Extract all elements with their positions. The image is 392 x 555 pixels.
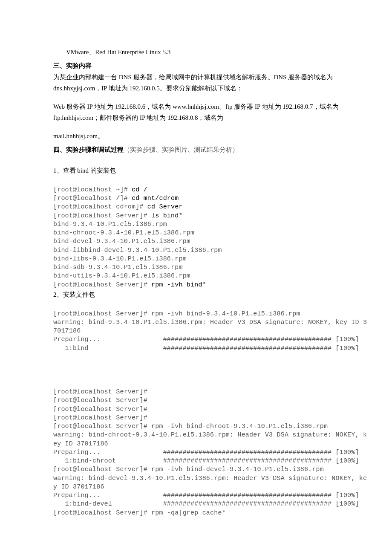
section-3-heading: 三、实验内容: [53, 61, 339, 72]
terminal-line: [root@localhost Server]# rpm -ivh bind-d…: [53, 466, 324, 473]
file-listing: bind-chroot-9.3.4-10.P1.el5.i386.rpm: [53, 229, 194, 237]
terminal-line: Preparing... ###########################…: [53, 449, 359, 456]
terminal-line: 1:bind-devel ###########################…: [53, 500, 359, 508]
prompt: [root@localhost /]#: [53, 195, 132, 202]
command: rpm -ivh bind*: [151, 281, 206, 289]
prompt: [root@localhost Server]#: [53, 414, 147, 422]
command: cd Server: [147, 203, 183, 211]
terminal-line: 1:bind-chroot ##########################…: [53, 457, 359, 465]
prompt: [root@localhost Server]#: [53, 406, 147, 413]
file-listing: bind-libs-9.3.4-10.P1.el5.i386.rpm: [53, 255, 187, 263]
terminal-line: Preparing... ###########################…: [53, 492, 359, 499]
file-listing: bind-9.3.4-10.P1.el5.i386.rpm: [53, 221, 167, 228]
terminal-line: 1:bind #################################…: [53, 345, 359, 352]
section-4-heading: 四、实验步骤和调试过程（实验步骤、实验图片、测试结果分析）: [53, 145, 339, 156]
prompt: [root@localhost Server]#: [53, 281, 151, 289]
terminal-line: [root@localhost Server]# rpm -ivh bind-9…: [53, 310, 300, 318]
step-2-title: 2、安装文件包: [53, 289, 339, 301]
terminal-line: [root@localhost Server]# rpm -ivh bind-c…: [53, 423, 328, 430]
terminal-block-1: [root@localhost ~]# cd / [root@localhost…: [53, 177, 339, 289]
command: cd mnt/cdrom: [132, 195, 179, 202]
terminal-line: 7017186: [53, 327, 81, 335]
file-listing: bind-devel-9.3.4-10.P1.el5.i386.rpm: [53, 238, 190, 245]
file-listing: bind-sdb-9.3.4-10.P1.el5.i386.rpm: [53, 264, 183, 271]
prompt: [root@localhost Server]#: [53, 397, 147, 404]
prompt: [root@localhost Server]#: [53, 388, 147, 396]
terminal-line: ey ID 37017186: [53, 440, 108, 448]
section-4-heading-bold: 四、实验步骤和调试过程: [53, 146, 124, 153]
section-3-paragraph-3: mail.hnhhjsj.com。: [53, 131, 339, 142]
terminal-line: [root@localhost Server]# rpm -qa|grep ca…: [53, 509, 226, 517]
step-1-title: 1、查看 bind 的安装包: [53, 165, 339, 176]
prompt: [root@localhost Server]#: [53, 212, 151, 220]
section-3-paragraph-2: Web 服务器 IP 地址为 192.168.0.6，域名为 www.hnhhj…: [53, 101, 339, 123]
terminal-block-2a: [root@localhost Server]# rpm -ivh bind-9…: [53, 301, 339, 353]
terminal-line: y ID 37017186: [53, 483, 104, 491]
section-4-heading-note: （实验步骤、实验图片、测试结果分析）: [124, 146, 239, 153]
file-listing: bind-libbind-devel-9.3.4-10.P1.el5.i386.…: [53, 247, 222, 254]
terminal-line: warning: bind-devel-9.3.4-10.P1.el5.i386…: [53, 475, 367, 482]
command: ls bind*: [151, 212, 183, 220]
document-page: VMware、Red Hat Enterprise Linux 5.3 三、实验…: [0, 0, 392, 552]
terminal-line: warning: bind-9.3.4-10.P1.el5.i386.rpm: …: [53, 319, 367, 326]
terminal-line: Preparing... ###########################…: [53, 336, 359, 343]
command: cd /: [132, 186, 147, 194]
prompt: [root@localhost ~]#: [53, 186, 132, 194]
file-listing: bind-utils-9.3.4-10.P1.el5.i386.rpm: [53, 272, 190, 280]
section-3-paragraph-1: 为某企业内部构建一台 DNS 服务器，给局域网中的计算机提供域名解析服务。DNS…: [53, 72, 339, 94]
terminal-block-2b: [root@localhost Server]# [root@localhost…: [53, 379, 339, 517]
environment-line: VMware、Red Hat Enterprise Linux 5.3: [53, 47, 339, 58]
prompt: [root@localhost cdrom]#: [53, 203, 147, 211]
terminal-line: warning: bind-chroot-9.3.4-10.P1.el5.i38…: [53, 431, 367, 439]
